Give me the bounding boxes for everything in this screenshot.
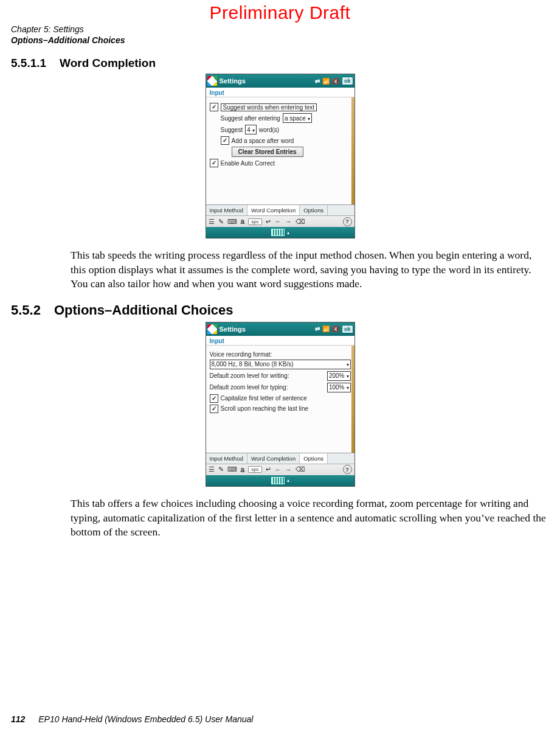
suggest-after-label: Suggest after entering	[221, 115, 280, 122]
suggest-after-dropdown[interactable]: a space	[283, 113, 312, 123]
wm-bottombar: ▴	[206, 475, 354, 486]
sip-bar: ☰ ✎ ⌨ a spc ↵ ← → ⌫ ?	[206, 464, 354, 475]
sip-toggle-icon[interactable]	[271, 229, 285, 236]
help-icon[interactable]: ?	[343, 465, 352, 474]
heading-5-5-2: 5.5.2 Options–Additional Choices	[11, 302, 549, 318]
chevron-down-icon	[345, 361, 349, 368]
page-footer: 112 EP10 Hand-Held (Windows Embedded 6.5…	[11, 714, 253, 724]
arrow-right-icon[interactable]: →	[285, 466, 292, 473]
tab-options[interactable]: Options	[300, 453, 328, 464]
list-icon[interactable]: ☰	[209, 218, 215, 226]
enter-icon[interactable]: ↵	[266, 218, 271, 226]
wm-title: Settings	[220, 77, 315, 85]
capitalize-label: Capitalize first letter of sentence	[221, 395, 307, 402]
capitalize-checkbox[interactable]	[210, 394, 218, 403]
wm-tabs: Input Method Word Completion Options	[206, 204, 354, 215]
wm-tabs: Input Method Word Completion Options	[206, 453, 354, 464]
chevron-down-icon	[345, 384, 349, 391]
wm-bottombar: ▴	[206, 227, 354, 238]
keyboard-icon[interactable]: ⌨	[227, 465, 237, 473]
arrow-right-icon[interactable]: →	[285, 218, 292, 225]
sip-caret-icon[interactable]: ▴	[287, 230, 289, 235]
enter-icon[interactable]: ↵	[266, 465, 271, 473]
tab-input-method[interactable]: Input Method	[206, 205, 247, 215]
heading-title: Options–Additional Choices	[54, 302, 233, 318]
auto-correct-checkbox[interactable]	[210, 159, 218, 167]
header-chapter: Chapter 5: Settings	[11, 24, 549, 35]
scroll-lastline-label: Scroll upon reaching the last line	[221, 405, 309, 412]
connectivity-icon[interactable]: ⇄	[315, 78, 320, 85]
book-title: EP10 Hand-Held (Windows Embedded 6.5) Us…	[38, 714, 253, 724]
start-flag-icon[interactable]	[207, 76, 217, 86]
clear-stored-entries-button[interactable]: Clear Stored Entries	[232, 147, 303, 157]
heading-5-5-1-1: 5.5.1.1 Word Completion	[11, 57, 549, 70]
page-header: Chapter 5: Settings Options–Additional C…	[11, 24, 549, 46]
arrow-left-icon[interactable]: ←	[275, 218, 282, 225]
sip-caret-icon[interactable]: ▴	[287, 478, 289, 483]
letter-a-icon[interactable]: a	[241, 465, 245, 474]
tab-word-completion[interactable]: Word Completion	[247, 453, 300, 464]
scrollbar[interactable]	[351, 346, 354, 453]
screenshot-word-completion: Settings ⇄ 📶 🔇 ok Input Suggest words wh…	[206, 74, 355, 239]
arrow-left-icon[interactable]: ←	[275, 466, 282, 473]
wm-titlebar: Settings ⇄ 📶 🔇 ok	[206, 74, 354, 88]
volume-icon[interactable]: 🔇	[332, 326, 339, 332]
auto-correct-label: Enable Auto Correct	[221, 160, 275, 167]
scroll-lastline-checkbox[interactable]	[210, 405, 218, 413]
tab-input-method[interactable]: Input Method	[206, 453, 247, 464]
suggest-count-label-b: word(s)	[259, 127, 279, 133]
chevron-down-icon	[306, 115, 310, 122]
heading-number: 5.5.1.1	[11, 57, 46, 70]
ok-button[interactable]: ok	[342, 77, 353, 85]
handwrite-icon[interactable]: ✎	[218, 465, 224, 473]
wm-title: Settings	[220, 326, 315, 333]
heading-title: Word Completion	[60, 57, 156, 70]
zoom-typing-label: Default zoom level for typing:	[210, 384, 288, 391]
wm-subtitle: Input	[206, 88, 354, 97]
keyboard-icon[interactable]: ⌨	[227, 218, 237, 226]
volume-icon[interactable]: 🔇	[332, 78, 339, 85]
backspace-icon[interactable]: ⌫	[296, 465, 305, 473]
help-icon[interactable]: ?	[343, 217, 352, 226]
suggest-words-checkbox[interactable]	[210, 103, 218, 111]
suggest-count-label-a: Suggest	[221, 127, 243, 133]
suggest-count-dropdown[interactable]: 4	[245, 125, 257, 134]
add-space-checkbox[interactable]	[221, 136, 229, 145]
paragraph-options: This tab offers a few choices including …	[71, 496, 549, 540]
wm-subtitle: Input	[206, 336, 354, 346]
zoom-writing-label: Default zoom level for writing:	[210, 372, 289, 379]
add-space-label: Add a space after word	[232, 138, 294, 144]
suggest-words-label: Suggest words when entering text	[221, 103, 317, 111]
start-flag-icon[interactable]	[207, 324, 217, 334]
scrollbar[interactable]	[351, 97, 354, 204]
signal-icon[interactable]: 📶	[322, 326, 330, 332]
tab-word-completion[interactable]: Word Completion	[247, 204, 300, 215]
screenshot-options: Settings ⇄ 📶 🔇 ok Input Voice recording …	[206, 322, 355, 487]
chevron-down-icon	[251, 127, 255, 133]
heading-number: 5.5.2	[11, 302, 41, 318]
letter-a-icon[interactable]: a	[241, 217, 245, 226]
header-section: Options–Additional Choices	[11, 35, 549, 46]
page-number: 112	[11, 714, 25, 724]
paragraph-word-completion: This tab speeds the writing process rega…	[71, 248, 549, 291]
signal-icon[interactable]: 📶	[322, 78, 330, 85]
tab-options[interactable]: Options	[300, 205, 328, 215]
handwrite-icon[interactable]: ✎	[218, 218, 224, 226]
sip-toggle-icon[interactable]	[271, 477, 285, 484]
voice-format-dropdown[interactable]: 8,000 Hz, 8 Bit, Mono (8 KB/s)	[210, 360, 351, 369]
space-key[interactable]: spc	[248, 218, 261, 225]
space-key[interactable]: spc	[248, 466, 261, 473]
zoom-typing-dropdown[interactable]: 100%	[327, 383, 351, 392]
connectivity-icon[interactable]: ⇄	[315, 326, 320, 332]
wm-titlebar: Settings ⇄ 📶 🔇 ok	[206, 322, 354, 336]
ok-button[interactable]: ok	[342, 325, 353, 333]
sip-bar: ☰ ✎ ⌨ a spc ↵ ← → ⌫ ?	[206, 215, 354, 227]
chevron-down-icon	[345, 372, 349, 379]
preliminary-draft-watermark: Preliminary Draft	[11, 2, 549, 23]
zoom-writing-dropdown[interactable]: 200%	[327, 371, 351, 381]
list-icon[interactable]: ☰	[209, 465, 215, 473]
backspace-icon[interactable]: ⌫	[296, 218, 305, 226]
voice-format-label: Voice recording format:	[210, 351, 272, 358]
